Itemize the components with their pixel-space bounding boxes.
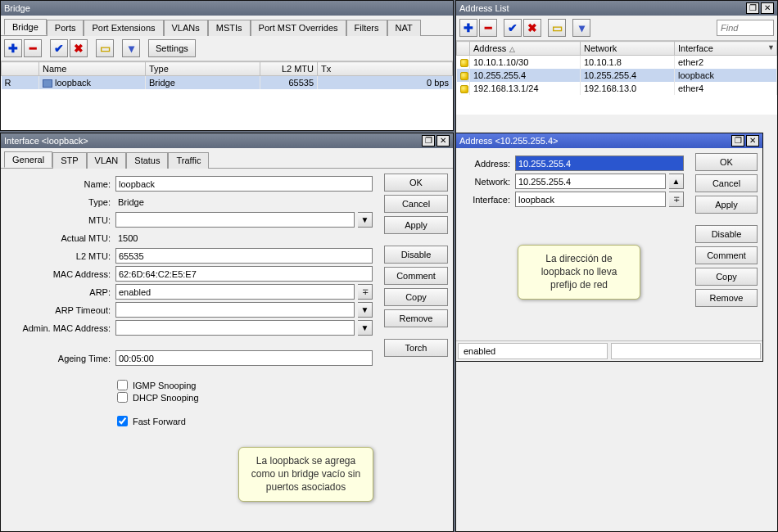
- tab-bridge[interactable]: Bridge: [4, 19, 47, 35]
- disable-button[interactable]: ✖: [70, 39, 88, 57]
- find-input[interactable]: [717, 20, 774, 36]
- interface-field[interactable]: [515, 192, 666, 207]
- col-network[interactable]: Network: [581, 42, 675, 56]
- admin-mac-field[interactable]: [115, 320, 355, 336]
- enable-button[interactable]: ✔: [50, 39, 68, 57]
- disable-button[interactable]: ✖: [523, 19, 541, 37]
- settings-button[interactable]: Settings: [148, 39, 196, 57]
- apply-button[interactable]: Apply: [695, 196, 758, 214]
- network-field[interactable]: [515, 174, 666, 189]
- mtu-expand-icon[interactable]: ▼: [358, 212, 373, 228]
- tab-traffic[interactable]: Traffic: [168, 152, 209, 169]
- col-menu-icon[interactable]: ▼: [767, 43, 775, 52]
- cancel-button[interactable]: Cancel: [384, 195, 448, 213]
- disable-button[interactable]: Disable: [384, 246, 448, 264]
- mac-field[interactable]: [115, 266, 373, 282]
- tab-port-extensions[interactable]: Port Extensions: [84, 20, 163, 36]
- ok-button[interactable]: OK: [384, 174, 448, 192]
- filter-button[interactable]: ▾: [572, 19, 590, 37]
- tab-vlans[interactable]: VLANs: [164, 20, 208, 36]
- tab-filters[interactable]: Filters: [346, 20, 387, 36]
- table-row[interactable]: 10.255.255.4 10.255.255.4 loopback: [457, 69, 777, 82]
- col-name[interactable]: Name: [39, 62, 146, 76]
- restore-icon[interactable]: ❐: [731, 135, 744, 147]
- bridge-grid[interactable]: Name Type L2 MTU Tx R loopback Bridge 65…: [1, 61, 453, 130]
- addrlist-grid[interactable]: Address△ Network Interface▼ 10.10.1.10/3…: [456, 41, 777, 115]
- close-icon[interactable]: ✕: [436, 135, 450, 147]
- arp-dropdown-icon[interactable]: ∓: [358, 284, 373, 300]
- admin-mac-expand-icon[interactable]: ▼: [358, 320, 373, 336]
- cell-if: loopback: [675, 69, 777, 82]
- col-tx[interactable]: Tx: [318, 62, 453, 76]
- comment-button[interactable]: Comment: [695, 246, 758, 264]
- col-interface[interactable]: Interface▼: [675, 42, 777, 56]
- address-field[interactable]: [515, 156, 684, 171]
- table-row[interactable]: 10.10.1.10/30 10.10.1.8 ether2: [457, 56, 777, 70]
- copy-button[interactable]: Copy: [384, 288, 448, 306]
- cell-addr: 192.168.13.1/24: [470, 82, 581, 95]
- table-row[interactable]: 192.168.13.1/24 192.168.13.0 ether4: [457, 82, 777, 95]
- col-icon[interactable]: [457, 42, 470, 56]
- tab-port-mst-overrides[interactable]: Port MST Overrides: [251, 20, 346, 36]
- remove-addr-button[interactable]: Remove: [695, 289, 758, 307]
- add-button[interactable]: ✚: [4, 39, 22, 57]
- network-expand-icon[interactable]: ▲: [669, 174, 684, 189]
- tab-status[interactable]: Status: [126, 152, 168, 169]
- iface-tabs: General STP VLAN Status Traffic: [1, 148, 453, 169]
- bridge-toolbar: ✚ ━ ✔ ✖ ▭ ▾ Settings: [1, 36, 453, 61]
- admin-mac-label: Admin. MAC Address:: [7, 323, 112, 333]
- mtu-field[interactable]: [115, 212, 355, 228]
- close-icon[interactable]: ✕: [746, 135, 759, 147]
- arp-timeout-expand-icon[interactable]: ▼: [358, 302, 373, 318]
- remove-button[interactable]: ━: [479, 19, 497, 37]
- torch-button[interactable]: Torch: [384, 339, 448, 357]
- tab-nat[interactable]: NAT: [387, 20, 421, 36]
- igmp-snooping-checkbox[interactable]: [117, 380, 128, 390]
- ok-button[interactable]: OK: [695, 153, 758, 171]
- comment-button[interactable]: Comment: [384, 267, 448, 285]
- address-icon: [460, 72, 468, 80]
- enable-button[interactable]: ✔: [504, 19, 522, 37]
- close-icon[interactable]: ✕: [761, 2, 774, 14]
- col-type[interactable]: Type: [146, 62, 260, 76]
- tab-mstis[interactable]: MSTIs: [208, 20, 251, 36]
- remove-ifc-button[interactable]: Remove: [384, 309, 448, 327]
- filter-button[interactable]: ▾: [122, 39, 140, 57]
- comment-button[interactable]: ▭: [96, 39, 114, 57]
- arp-timeout-field[interactable]: [115, 302, 355, 318]
- restore-icon[interactable]: ❐: [422, 135, 435, 147]
- interface-dropdown-icon[interactable]: ∓: [669, 192, 684, 207]
- iface-button-column: OK Cancel Apply Disable Comment Copy Rem…: [379, 169, 453, 531]
- addr-title: Address <10.255.255.4>: [459, 136, 558, 146]
- name-field[interactable]: [115, 176, 373, 192]
- remove-button[interactable]: ━: [24, 39, 42, 57]
- tab-ports[interactable]: Ports: [47, 20, 84, 36]
- disable-button[interactable]: Disable: [695, 225, 758, 243]
- col-address[interactable]: Address△: [470, 42, 581, 56]
- cell-addr: 10.10.1.10/30: [470, 56, 581, 70]
- fast-forward-label: Fast Forward: [133, 417, 186, 426]
- apply-button[interactable]: Apply: [384, 216, 448, 234]
- type-field: [115, 194, 373, 210]
- l2mtu-field[interactable]: [115, 248, 373, 264]
- fast-forward-checkbox[interactable]: [117, 416, 128, 426]
- iface-titlebar: Interface <loopback> ❐ ✕: [1, 133, 453, 148]
- table-row[interactable]: R loopback Bridge 65535 0 bps: [2, 76, 453, 90]
- sort-asc-icon: △: [506, 45, 515, 53]
- tab-vlan[interactable]: VLAN: [87, 152, 127, 169]
- actual-mtu-field: [115, 230, 373, 246]
- arp-field[interactable]: [115, 284, 355, 300]
- restore-icon[interactable]: ❐: [746, 2, 759, 14]
- addr-callout: La dirección de loopback no lleva prefij…: [518, 245, 640, 300]
- tab-general[interactable]: General: [4, 151, 52, 168]
- dhcp-snooping-checkbox[interactable]: [117, 392, 128, 403]
- comment-button[interactable]: ▭: [548, 19, 566, 37]
- cancel-button[interactable]: Cancel: [695, 174, 758, 192]
- col-l2mtu[interactable]: L2 MTU: [260, 62, 318, 76]
- ageing-field[interactable]: [115, 350, 373, 366]
- copy-button[interactable]: Copy: [695, 268, 758, 286]
- tab-stp[interactable]: STP: [52, 152, 86, 169]
- col-flag[interactable]: [2, 62, 39, 76]
- add-button[interactable]: ✚: [459, 19, 477, 37]
- ageing-label: Ageing Time:: [7, 354, 112, 363]
